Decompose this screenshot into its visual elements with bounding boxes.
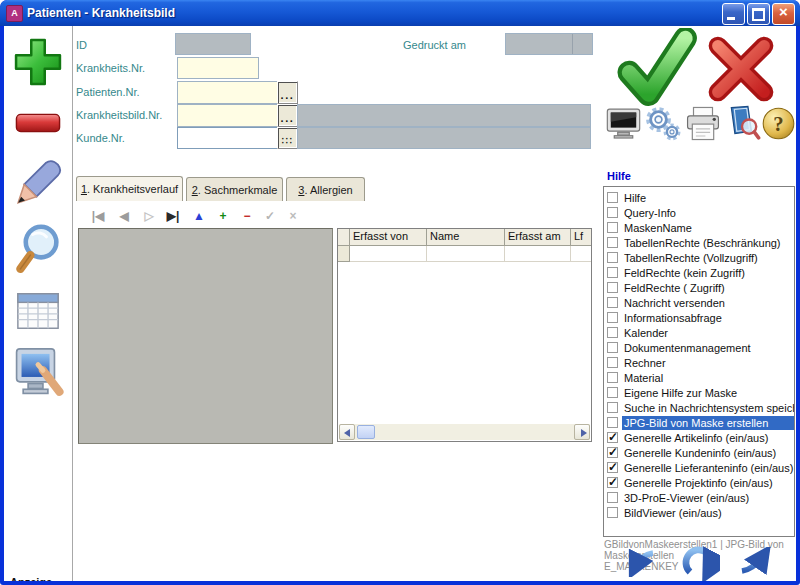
checkbox-icon[interactable] bbox=[607, 237, 618, 248]
nav-post-button[interactable]: ✓ bbox=[260, 208, 280, 224]
horizontal-scrollbar[interactable] bbox=[339, 424, 590, 440]
checkbox-icon[interactable] bbox=[607, 267, 618, 278]
kunde-nr-field[interactable] bbox=[177, 127, 279, 149]
krankheitsbild-lookup-button[interactable]: ··· bbox=[277, 104, 298, 127]
list-item[interactable]: Informationsabfrage bbox=[604, 310, 794, 325]
forward-arrow-button[interactable] bbox=[738, 547, 772, 575]
checkbox-icon[interactable] bbox=[607, 282, 618, 293]
add-record-button[interactable] bbox=[8, 34, 68, 90]
titlebar[interactable]: A Patienten - Krankheitsbild bbox=[0, 0, 800, 26]
checkbox-icon[interactable] bbox=[607, 507, 618, 518]
list-item[interactable]: Generelle Artikelinfo (ein/aus) bbox=[604, 430, 794, 445]
screen-view-button[interactable] bbox=[8, 344, 68, 400]
kunde-lookup-button[interactable]: ··· ··· bbox=[277, 127, 298, 149]
checkbox-icon[interactable] bbox=[607, 222, 618, 233]
scroll-right-button[interactable] bbox=[574, 424, 590, 440]
column-header[interactable]: Name bbox=[427, 229, 505, 246]
checkbox-icon[interactable] bbox=[607, 357, 618, 368]
hilfe-option-list[interactable]: Hilfe Query-Info MaskenName TabellenRech… bbox=[603, 186, 795, 537]
printed-at-field[interactable] bbox=[505, 33, 593, 55]
nav-delete-button[interactable]: − bbox=[237, 208, 257, 224]
column-header[interactable]: Erfasst am bbox=[505, 229, 571, 246]
row-selector-cell[interactable] bbox=[338, 246, 350, 262]
table-cell[interactable] bbox=[571, 246, 591, 262]
scrollbar-thumb[interactable] bbox=[357, 425, 375, 439]
checkbox-icon[interactable] bbox=[607, 492, 618, 503]
refresh-arrow-button[interactable] bbox=[680, 542, 720, 581]
verlauf-memo-area[interactable] bbox=[78, 228, 333, 444]
list-item[interactable]: Dokumentenmanagement bbox=[604, 340, 794, 355]
tab-sachmerkmale[interactable]: 2. Sachmerkmale bbox=[186, 177, 283, 201]
list-item[interactable]: JPG-Bild von Maske erstellen bbox=[604, 415, 794, 430]
list-item[interactable]: MaskenName bbox=[604, 220, 794, 235]
list-item[interactable]: Generelle Kundeninfo (ein/aus) bbox=[604, 445, 794, 460]
list-item[interactable]: Generelle Projektinfo (ein/aus) bbox=[604, 475, 794, 490]
patienten-lookup-button[interactable]: ··· bbox=[277, 81, 298, 104]
checkbox-icon[interactable] bbox=[607, 327, 618, 338]
table-cell[interactable] bbox=[427, 246, 505, 262]
checkbox-icon[interactable] bbox=[607, 417, 618, 428]
nav-prior-button[interactable]: ◀ bbox=[114, 208, 134, 224]
checkbox-icon[interactable] bbox=[607, 402, 618, 413]
checkbox-icon[interactable] bbox=[607, 342, 618, 353]
tool-help-button[interactable]: ? bbox=[761, 106, 796, 141]
tool-settings-button[interactable] bbox=[645, 106, 681, 142]
tool-print-button[interactable] bbox=[684, 105, 722, 142]
maximize-button[interactable] bbox=[747, 3, 770, 25]
ok-button[interactable] bbox=[612, 28, 700, 112]
list-item[interactable]: Suche in Nachrichtensystem speich bbox=[604, 400, 794, 415]
list-item[interactable]: Eigene Hilfe zur Maske bbox=[604, 385, 794, 400]
list-item[interactable]: FeldRechte ( Zugriff) bbox=[604, 280, 794, 295]
list-item[interactable]: Rechner bbox=[604, 355, 794, 370]
list-item[interactable]: Nachricht versenden bbox=[604, 295, 794, 310]
tool-document-search-button[interactable] bbox=[723, 104, 761, 142]
checkbox-icon[interactable] bbox=[607, 447, 618, 458]
back-arrow-button[interactable] bbox=[622, 547, 658, 577]
checkbox-icon[interactable] bbox=[607, 372, 618, 383]
checkbox-icon[interactable] bbox=[607, 477, 618, 488]
minimize-button[interactable] bbox=[722, 3, 745, 25]
checkbox-icon[interactable] bbox=[607, 252, 618, 263]
table-cell[interactable] bbox=[505, 246, 571, 262]
krankheitsbild-nr-field[interactable] bbox=[177, 104, 279, 127]
list-item[interactable]: 3D-ProE-Viewer (ein/aus) bbox=[604, 490, 794, 505]
table-cell[interactable] bbox=[350, 246, 427, 262]
close-button[interactable] bbox=[772, 3, 795, 25]
nav-last-button[interactable]: ▶| bbox=[163, 208, 183, 224]
nav-insert-button[interactable]: + bbox=[213, 208, 233, 224]
nav-next-button[interactable]: ▷ bbox=[139, 208, 159, 224]
search-record-button[interactable] bbox=[8, 220, 68, 278]
nav-first-button[interactable]: |◀ bbox=[88, 208, 108, 224]
delete-record-button[interactable] bbox=[8, 110, 68, 136]
list-item[interactable]: FeldRechte (kein Zugriff) bbox=[604, 265, 794, 280]
checkbox-icon[interactable] bbox=[607, 297, 618, 308]
tab-krankheitsverlauf[interactable]: 1. Krankheitsverlauf bbox=[76, 176, 183, 201]
column-header[interactable]: Erfasst von bbox=[350, 229, 427, 246]
edit-record-button[interactable] bbox=[8, 158, 68, 214]
list-item[interactable]: Material bbox=[604, 370, 794, 385]
tab-allergien[interactable]: 3. Allergien bbox=[286, 177, 365, 201]
list-item[interactable]: Kalender bbox=[604, 325, 794, 340]
scroll-left-button[interactable] bbox=[339, 424, 355, 440]
list-item[interactable]: Generelle Lieferanteninfo (ein/aus) bbox=[604, 460, 794, 475]
krankheits-nr-field[interactable] bbox=[177, 57, 259, 79]
tool-screen-button[interactable] bbox=[605, 106, 642, 140]
checkbox-icon[interactable] bbox=[607, 192, 618, 203]
list-item[interactable]: TabellenRechte (Beschränkung) bbox=[604, 235, 794, 250]
list-item[interactable]: Hilfe bbox=[604, 190, 794, 205]
checkbox-icon[interactable] bbox=[607, 462, 618, 473]
nav-cancel-button[interactable]: × bbox=[283, 208, 303, 224]
grid-view-button[interactable] bbox=[8, 286, 68, 336]
patienten-nr-field[interactable] bbox=[177, 81, 279, 104]
table-row[interactable] bbox=[338, 246, 591, 262]
list-item[interactable]: BildViewer (ein/aus) bbox=[604, 505, 794, 520]
list-item[interactable]: Query-Info bbox=[604, 205, 794, 220]
checkbox-icon[interactable] bbox=[607, 312, 618, 323]
column-header[interactable]: Lf bbox=[571, 229, 591, 246]
list-item[interactable]: TabellenRechte (Vollzugriff) bbox=[604, 250, 794, 265]
checkbox-icon[interactable] bbox=[607, 387, 618, 398]
nav-up-button[interactable]: ▲ bbox=[189, 208, 209, 224]
detail-table[interactable]: Erfasst von Name Erfasst am Lf bbox=[337, 228, 592, 442]
id-field[interactable] bbox=[175, 33, 251, 55]
cancel-button[interactable] bbox=[702, 32, 780, 106]
